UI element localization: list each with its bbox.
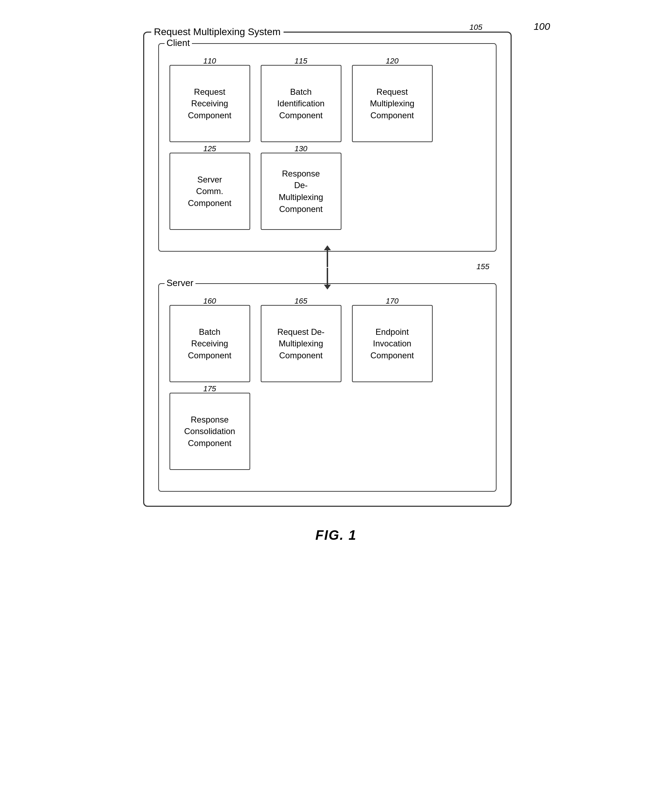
batch-receiving-label: BatchReceivingComponent	[188, 326, 231, 361]
batch-identification-label: BatchIdentificationComponent	[277, 86, 324, 122]
request-receiving-label: RequestReceivingComponent	[188, 86, 231, 122]
ref-120: 120	[386, 56, 398, 67]
ref-165: 165	[294, 296, 307, 307]
double-arrow	[327, 250, 328, 285]
batch-receiving-component: 160 BatchReceivingComponent	[169, 305, 250, 382]
endpoint-invocation-label: EndpointInvocationComponent	[370, 326, 414, 361]
batch-identification-component: 115 BatchIdentificationComponent	[261, 65, 341, 142]
server-label: Server	[165, 278, 196, 289]
ref-110: 110	[203, 56, 216, 67]
ref-175: 175	[203, 383, 216, 395]
client-row-2: 125 ServerComm.Component 130 ResponseDe-…	[169, 153, 485, 230]
server-comm-component: 125 ServerComm.Component	[169, 153, 250, 230]
server-box: Server 160 BatchReceivingComponent 165 R…	[158, 283, 496, 492]
system-box: Request Multiplexing System 105 Client 1…	[143, 32, 512, 507]
ref-170: 170	[386, 296, 398, 307]
server-row-2: 175 ResponseConsolidationComponent	[169, 393, 485, 470]
ref-115: 115	[294, 56, 307, 67]
client-label: Client	[165, 37, 192, 49]
arrow-up	[327, 250, 328, 267]
ref-160: 160	[203, 296, 216, 307]
ref-125: 125	[203, 143, 216, 154]
ref-100: 100	[534, 21, 550, 32]
response-consolidation-label: ResponseConsolidationComponent	[184, 414, 235, 449]
arrow-section: 155	[158, 251, 496, 283]
ref-130: 130	[294, 143, 307, 154]
request-receiving-component: 110 RequestReceivingComponent	[169, 65, 250, 142]
server-row-1: 160 BatchReceivingComponent 165 Request …	[169, 305, 485, 382]
page-wrapper: 100 Request Multiplexing System 105 Clie…	[143, 21, 529, 543]
response-demultiplexing-client-component: 130 ResponseDe-MultiplexingComponent	[261, 153, 341, 230]
client-box: Client 110 RequestReceivingComponent 115…	[158, 43, 496, 251]
response-consolidation-component: 175 ResponseConsolidationComponent	[169, 393, 250, 470]
ref-105: 105	[469, 23, 483, 32]
arrow-down	[327, 268, 328, 285]
figure-caption: FIG. 1	[143, 528, 529, 543]
endpoint-invocation-component: 170 EndpointInvocationComponent	[352, 305, 433, 382]
client-row-1: 110 RequestReceivingComponent 115 BatchI…	[169, 65, 485, 142]
ref-155: 155	[476, 262, 490, 271]
request-multiplexing-label: RequestMultiplexingComponent	[370, 86, 414, 122]
request-multiplexing-component: 120 RequestMultiplexingComponent	[352, 65, 433, 142]
request-demultiplexing-server-label: Request De-MultiplexingComponent	[277, 326, 324, 361]
system-label: Request Multiplexing System	[151, 26, 284, 37]
response-demultiplexing-client-label: ResponseDe-MultiplexingComponent	[279, 168, 323, 215]
server-comm-label: ServerComm.Component	[188, 174, 231, 209]
request-demultiplexing-server-component: 165 Request De-MultiplexingComponent	[261, 305, 341, 382]
